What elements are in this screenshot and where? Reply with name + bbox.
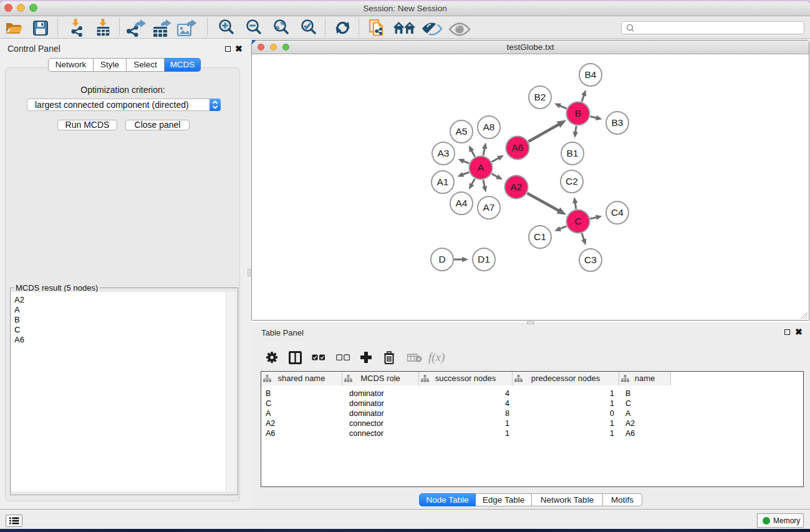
svg-text:C1: C1 [534,231,546,242]
svg-text:B1: B1 [567,148,579,158]
svg-text:D: D [438,254,445,264]
svg-text:C2: C2 [566,176,578,186]
svg-text:C3: C3 [584,254,597,265]
svg-text:B3: B3 [612,117,624,128]
svg-text:A2: A2 [511,181,523,192]
svg-text:B: B [575,108,581,118]
svg-text:A3: A3 [438,148,450,158]
svg-text:B2: B2 [534,92,546,102]
svg-text:C4: C4 [611,207,624,218]
svg-text:A5: A5 [456,126,468,137]
svg-text:B4: B4 [585,69,597,80]
svg-text:A: A [478,162,485,173]
svg-text:A4: A4 [456,198,468,208]
svg-text:A6: A6 [512,142,524,153]
svg-text:A1: A1 [437,177,449,187]
svg-text:A8: A8 [483,122,495,132]
svg-text:A7: A7 [483,202,495,213]
svg-text:D1: D1 [478,254,490,264]
svg-text:C: C [574,216,581,226]
